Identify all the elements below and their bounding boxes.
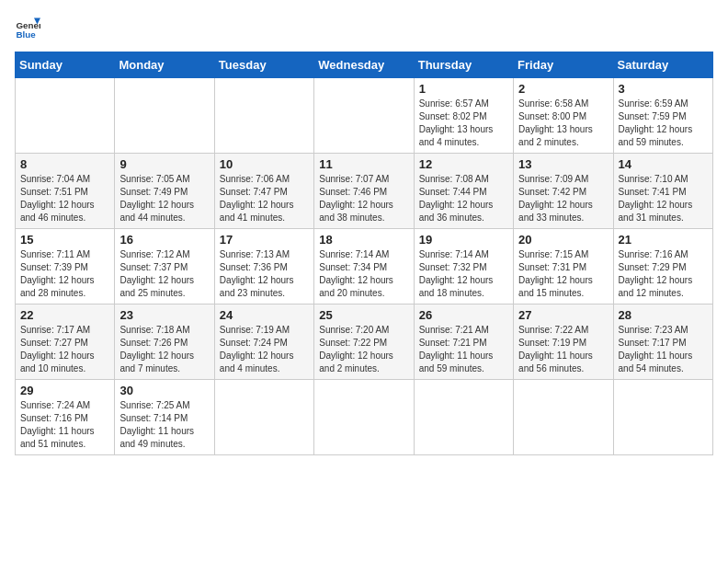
week-row-2: 8Sunrise: 7:04 AMSunset: 7:51 PMDaylight… — [16, 154, 713, 229]
calendar-cell — [613, 380, 712, 455]
col-header-wednesday: Wednesday — [314, 52, 414, 78]
day-number: 22 — [20, 308, 109, 322]
calendar-cell — [16, 78, 115, 154]
col-header-monday: Monday — [115, 52, 214, 78]
day-info: Sunrise: 7:06 AMSunset: 7:47 PMDaylight:… — [220, 173, 309, 224]
day-info: Sunrise: 7:07 AMSunset: 7:46 PMDaylight:… — [319, 173, 408, 224]
calendar-cell: 10Sunrise: 7:06 AMSunset: 7:47 PMDayligh… — [214, 154, 313, 229]
day-number: 1 — [419, 82, 508, 96]
day-info: Sunrise: 7:15 AMSunset: 7:31 PMDaylight:… — [518, 248, 608, 300]
day-info: Sunrise: 7:23 AMSunset: 7:17 PMDaylight:… — [619, 324, 708, 375]
day-info: Sunrise: 7:13 AMSunset: 7:36 PMDaylight:… — [220, 248, 309, 300]
calendar-cell — [314, 380, 414, 455]
calendar-cell: 17Sunrise: 7:13 AMSunset: 7:36 PMDayligh… — [214, 229, 313, 304]
calendar-cell: 18Sunrise: 7:14 AMSunset: 7:34 PMDayligh… — [314, 229, 414, 304]
week-row-1: 1Sunrise: 6:57 AMSunset: 8:02 PMDaylight… — [16, 78, 713, 154]
calendar-cell: 26Sunrise: 7:21 AMSunset: 7:21 PMDayligh… — [414, 304, 513, 380]
col-header-saturday: Saturday — [613, 52, 712, 78]
day-number: 19 — [419, 233, 508, 247]
day-info: Sunrise: 7:18 AMSunset: 7:26 PMDaylight:… — [119, 324, 209, 375]
svg-text:Blue: Blue — [16, 29, 36, 40]
day-info: Sunrise: 7:21 AMSunset: 7:21 PMDaylight:… — [419, 324, 508, 375]
week-row-3: 15Sunrise: 7:11 AMSunset: 7:39 PMDayligh… — [16, 229, 713, 304]
calendar-cell: 2Sunrise: 6:58 AMSunset: 8:00 PMDaylight… — [514, 78, 613, 154]
calendar-cell: 19Sunrise: 7:14 AMSunset: 7:32 PMDayligh… — [414, 229, 513, 304]
day-info: Sunrise: 7:04 AMSunset: 7:51 PMDaylight:… — [20, 173, 109, 224]
day-number: 10 — [220, 157, 309, 171]
calendar-body: 1Sunrise: 6:57 AMSunset: 8:02 PMDaylight… — [16, 78, 713, 455]
calendar-cell — [514, 380, 613, 455]
col-header-sunday: Sunday — [16, 52, 115, 78]
calendar-cell: 27Sunrise: 7:22 AMSunset: 7:19 PMDayligh… — [514, 304, 613, 380]
header: General Blue — [15, 15, 713, 40]
calendar-cell: 16Sunrise: 7:12 AMSunset: 7:37 PMDayligh… — [115, 229, 214, 304]
day-info: Sunrise: 7:14 AMSunset: 7:32 PMDaylight:… — [419, 248, 508, 300]
day-number: 25 — [319, 308, 408, 322]
day-number: 9 — [119, 157, 209, 171]
day-info: Sunrise: 7:24 AMSunset: 7:16 PMDaylight:… — [20, 399, 109, 451]
day-number: 21 — [619, 233, 708, 247]
calendar-cell: 3Sunrise: 6:59 AMSunset: 7:59 PMDaylight… — [613, 78, 712, 154]
logo: General Blue — [15, 15, 40, 40]
col-header-friday: Friday — [514, 52, 613, 78]
day-info: Sunrise: 7:05 AMSunset: 7:49 PMDaylight:… — [119, 173, 209, 224]
day-info: Sunrise: 7:17 AMSunset: 7:27 PMDaylight:… — [20, 324, 109, 375]
day-info: Sunrise: 6:59 AMSunset: 7:59 PMDaylight:… — [619, 98, 708, 149]
day-info: Sunrise: 7:16 AMSunset: 7:29 PMDaylight:… — [619, 248, 708, 300]
calendar-cell: 12Sunrise: 7:08 AMSunset: 7:44 PMDayligh… — [414, 154, 513, 229]
calendar-cell: 14Sunrise: 7:10 AMSunset: 7:41 PMDayligh… — [613, 154, 712, 229]
day-number: 30 — [119, 384, 209, 397]
day-number: 29 — [20, 384, 109, 397]
day-info: Sunrise: 7:12 AMSunset: 7:37 PMDaylight:… — [119, 248, 209, 300]
day-number: 3 — [619, 82, 708, 96]
day-number: 2 — [518, 82, 608, 96]
day-number: 12 — [419, 157, 508, 171]
day-info: Sunrise: 7:19 AMSunset: 7:24 PMDaylight:… — [220, 324, 309, 375]
calendar-cell: 29Sunrise: 7:24 AMSunset: 7:16 PMDayligh… — [16, 380, 115, 455]
calendar-header: SundayMondayTuesdayWednesdayThursdayFrid… — [16, 52, 713, 78]
day-number: 14 — [619, 157, 708, 171]
calendar-cell: 13Sunrise: 7:09 AMSunset: 7:42 PMDayligh… — [514, 154, 613, 229]
calendar-cell — [115, 78, 214, 154]
calendar-cell: 9Sunrise: 7:05 AMSunset: 7:49 PMDaylight… — [115, 154, 214, 229]
week-row-5: 29Sunrise: 7:24 AMSunset: 7:16 PMDayligh… — [16, 380, 713, 455]
day-number: 11 — [319, 157, 408, 171]
day-info: Sunrise: 7:08 AMSunset: 7:44 PMDaylight:… — [419, 173, 508, 224]
day-number: 17 — [220, 233, 309, 247]
day-number: 23 — [119, 308, 209, 322]
day-number: 8 — [20, 157, 109, 171]
day-number: 24 — [220, 308, 309, 322]
calendar-cell: 30Sunrise: 7:25 AMSunset: 7:14 PMDayligh… — [115, 380, 214, 455]
calendar-cell: 22Sunrise: 7:17 AMSunset: 7:27 PMDayligh… — [16, 304, 115, 380]
day-number: 27 — [518, 308, 608, 322]
col-header-tuesday: Tuesday — [214, 52, 313, 78]
day-info: Sunrise: 7:10 AMSunset: 7:41 PMDaylight:… — [619, 173, 708, 224]
day-info: Sunrise: 7:14 AMSunset: 7:34 PMDaylight:… — [319, 248, 408, 300]
calendar-cell: 21Sunrise: 7:16 AMSunset: 7:29 PMDayligh… — [613, 229, 712, 304]
day-number: 26 — [419, 308, 508, 322]
calendar-cell: 28Sunrise: 7:23 AMSunset: 7:17 PMDayligh… — [613, 304, 712, 380]
header-row: SundayMondayTuesdayWednesdayThursdayFrid… — [16, 52, 713, 78]
day-number: 15 — [20, 233, 109, 247]
calendar-cell — [314, 78, 414, 154]
calendar-cell: 20Sunrise: 7:15 AMSunset: 7:31 PMDayligh… — [514, 229, 613, 304]
day-info: Sunrise: 6:57 AMSunset: 8:02 PMDaylight:… — [419, 98, 508, 149]
day-info: Sunrise: 7:09 AMSunset: 7:42 PMDaylight:… — [518, 173, 608, 224]
calendar-cell: 23Sunrise: 7:18 AMSunset: 7:26 PMDayligh… — [115, 304, 214, 380]
calendar-cell: 24Sunrise: 7:19 AMSunset: 7:24 PMDayligh… — [214, 304, 313, 380]
calendar-cell — [214, 380, 313, 455]
calendar-cell: 8Sunrise: 7:04 AMSunset: 7:51 PMDaylight… — [16, 154, 115, 229]
calendar-cell: 1Sunrise: 6:57 AMSunset: 8:02 PMDaylight… — [414, 78, 513, 154]
day-number: 13 — [518, 157, 608, 171]
day-number: 18 — [319, 233, 408, 247]
day-info: Sunrise: 6:58 AMSunset: 8:00 PMDaylight:… — [518, 98, 608, 149]
logo-icon: General Blue — [15, 15, 40, 40]
day-info: Sunrise: 7:11 AMSunset: 7:39 PMDaylight:… — [20, 248, 109, 300]
col-header-thursday: Thursday — [414, 52, 513, 78]
calendar-cell: 25Sunrise: 7:20 AMSunset: 7:22 PMDayligh… — [314, 304, 414, 380]
day-number: 28 — [619, 308, 708, 322]
day-number: 20 — [518, 233, 608, 247]
calendar-cell: 15Sunrise: 7:11 AMSunset: 7:39 PMDayligh… — [16, 229, 115, 304]
day-info: Sunrise: 7:25 AMSunset: 7:14 PMDaylight:… — [119, 399, 209, 451]
week-row-4: 22Sunrise: 7:17 AMSunset: 7:27 PMDayligh… — [16, 304, 713, 380]
